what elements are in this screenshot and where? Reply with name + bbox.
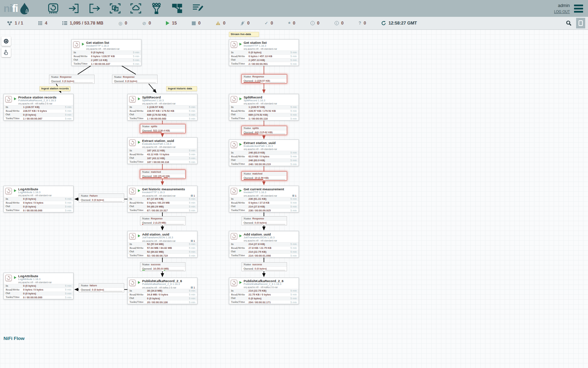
processor-logattribute[interactable]: LogAttributeLogAttribute 1.16.3org.apach… xyxy=(4,273,74,299)
processor-bundle: org.apache.nifi - nifi-standard-nar xyxy=(244,48,297,50)
remote-process-group-icon[interactable] xyxy=(130,2,142,14)
queue-count-bar xyxy=(244,134,263,134)
connection-response-queue[interactable]: NameResponseQueued0 (0 bytes) xyxy=(49,75,94,84)
active-threads-icon: ⊞ xyxy=(190,194,193,197)
connection-failure-queue[interactable]: NamefailureQueued0 (0 bytes) xyxy=(79,283,124,292)
processor-type-icon xyxy=(5,275,12,281)
processor-publishkafkarecord-2-6[interactable]: PublishKafkaRecord_2_6PublishKafkaRecord… xyxy=(127,278,197,304)
modified-stale-icon: ! xyxy=(335,21,339,25)
processor-add-station-uuid[interactable]: Add station_uuidJoltTransformJSON 1.16.3… xyxy=(229,231,299,258)
stat-row: Tasks/Time67 / 00:00:10.3175 min xyxy=(128,208,197,212)
processor-glyph-icon xyxy=(232,143,236,147)
run-status-icon xyxy=(239,189,242,192)
queue-name-label: Name xyxy=(81,284,88,287)
canvas-label-ingest-historic-data[interactable]: Ingest historic data xyxy=(166,86,197,91)
stat-row: Out214 (22.75 KB)5 min xyxy=(229,250,299,254)
connection-matched-queue[interactable]: NamematchedQueued100 (25.43 KB) xyxy=(140,170,186,179)
process-group-icon[interactable] xyxy=(109,2,121,14)
connection-success-queue[interactable]: NamesuccessQueued16 (50.03 MB) xyxy=(140,262,186,271)
queue-name-value: success xyxy=(252,263,262,266)
processor-type: SplitRecord 1.16.3 xyxy=(142,99,196,102)
connection-response-queue[interactable]: NameResponseQueued1 (228.57 KB) xyxy=(241,74,287,83)
processor-bundle: org.apache.nifi - nifi-standard-nar xyxy=(244,239,297,242)
template-icon[interactable] xyxy=(171,2,183,14)
hamburger-menu-icon[interactable] xyxy=(574,5,583,13)
processor-extract-station-uuid[interactable]: Extract station_uuidEvaluateJsonPath 1.1… xyxy=(229,139,299,166)
processor-glyph-icon xyxy=(130,97,135,102)
run-status-icon xyxy=(239,281,242,284)
run-status-icon xyxy=(138,97,140,100)
panel-toggle-button[interactable] xyxy=(576,18,585,28)
navigate-button[interactable] xyxy=(1,36,11,46)
processor-get-station-list[interactable]: Get station listInvokeHTTP 1.16.3org.apa… xyxy=(229,39,299,66)
stat-row: Tasks/Time1 / 00:00:00.1185 min xyxy=(229,116,299,120)
connection-failure-queue[interactable]: NameFailureQueued0 (0 bytes) xyxy=(79,193,124,203)
active-threads-icon: ⊞ xyxy=(292,194,294,197)
processor-add-station-uuid[interactable]: Add station_uuidJoltTransformJSON 1.16.3… xyxy=(127,231,197,258)
flow-canvas[interactable]: Ingest station recordsIngest historic da… xyxy=(0,0,588,368)
canvas-label-ingest-station-records[interactable]: Ingest station records xyxy=(40,86,70,91)
run-status-icon xyxy=(14,97,16,100)
queue-name-value: Response xyxy=(252,75,264,78)
stat-row: In214 (27.8 KB)5 min xyxy=(229,242,299,246)
queue-name-value: Response xyxy=(252,217,264,220)
connection-response-queue[interactable]: NameResponseQueued2 (3.25 MB) xyxy=(140,216,186,225)
processor-produce-station-records[interactable]: Produce station recordsPublishKafkaRecor… xyxy=(4,94,74,121)
processor-type: EvaluateJsonPath 1.16.3 xyxy=(142,143,196,146)
processor-glyph-icon xyxy=(232,189,236,193)
queue-count-bar xyxy=(244,179,263,180)
processor-bundle: org.apache.nifi - nifi-standard-nar xyxy=(142,240,190,242)
connection-splits-queue[interactable]: NamesplitsQueued443 (115.62 KB) xyxy=(241,126,287,135)
processor-get-station-list[interactable]: Get station listInvokeHTTP 1.16.3org.apa… xyxy=(71,39,141,66)
input-port-icon[interactable] xyxy=(68,2,80,14)
processor-type-icon xyxy=(73,41,80,48)
status-stopped-count: 0 xyxy=(192,21,201,26)
label-icon[interactable] xyxy=(191,2,204,14)
transmitting-icon: ◎ xyxy=(118,21,122,26)
connection-response-queue[interactable]: NameResponseQueued0 (0 bytes) xyxy=(241,216,287,225)
queue-count-bar xyxy=(81,291,100,292)
active-thread-count: ⊞1 xyxy=(190,286,195,288)
stat-row: Read/Write43.12 KB / 0 bytes5 min xyxy=(128,152,197,156)
breadcrumb[interactable]: NiFi Flow xyxy=(4,336,24,341)
connection-response-queue[interactable]: NameResponseQueued0 (0 bytes) xyxy=(112,75,158,84)
processor-publishkafkarecord-2-6[interactable]: PublishKafkaRecord_2_6PublishKafkaRecord… xyxy=(229,278,299,304)
processor-splitrecord[interactable]: SplitRecordSplitRecord 1.16.3org.apache.… xyxy=(229,94,299,121)
active-thread-count: ⊞1 xyxy=(292,194,296,197)
stat-row: Tasks/Time236 / 00:00:09.9255 min xyxy=(229,208,299,212)
stat-row: In1 (228.57 KB)5 min xyxy=(128,105,197,109)
processor-get-current-measurement[interactable]: Get current measurementInvokeHTTP 1.16.3… xyxy=(229,186,299,212)
connection-matched-queue[interactable]: NamematchedQueued10 (2.59 KB) xyxy=(241,171,287,180)
processor-extract-station-uuid[interactable]: Extract station_uuidEvaluateJsonPath 1.1… xyxy=(127,137,197,164)
logout-link[interactable]: LOG OUT xyxy=(554,9,570,14)
search-button[interactable] xyxy=(564,19,573,28)
queue-queued-value: 1 (228.57 KB) xyxy=(255,80,270,82)
operate-button[interactable] xyxy=(1,48,11,57)
queue-name-label: Name xyxy=(142,217,149,220)
nifi-logo[interactable]: nifi xyxy=(4,2,42,15)
processor-icon[interactable] xyxy=(47,2,59,14)
processor-logattribute[interactable]: LogAttributeLogAttribute 1.16.3org.apach… xyxy=(4,186,74,212)
output-port-icon[interactable] xyxy=(88,2,101,14)
run-status-icon xyxy=(239,97,242,100)
processor-glyph-icon xyxy=(6,276,11,280)
queue-count-bar xyxy=(142,270,162,271)
processor-type: InvokeHTTP 1.16.3 xyxy=(244,191,297,194)
stat-row: Read/Write0 bytes / 457.13 KB5 min xyxy=(229,54,299,58)
cluster-icon xyxy=(7,21,12,26)
queue-count-bar xyxy=(142,224,162,225)
processor-glyph-icon xyxy=(6,189,11,193)
processor-type-icon xyxy=(129,188,136,195)
refresh-icon[interactable] xyxy=(381,21,386,26)
connection-success-queue[interactable]: NamesuccessQueued0 (0 bytes) xyxy=(241,262,287,271)
connection-splits-queue[interactable]: NamesplitsQueued522 (136.4 KB) xyxy=(140,124,186,133)
canvas-label-stream-live-data[interactable]: Stream live-data xyxy=(229,32,259,37)
status-bar: 1 / 141,095 / 53.78 MB◎0⊘015000✓0*0↑0!0?… xyxy=(0,17,588,30)
funnel-icon[interactable] xyxy=(150,2,163,14)
queue-size-bar xyxy=(164,224,184,225)
stat-row: Out246 (63.9 KB)5 min xyxy=(229,158,299,162)
processor-type-icon xyxy=(129,233,136,240)
queue-size-bar xyxy=(265,270,285,271)
processor-splitrecord[interactable]: SplitRecordSplitRecord 1.16.3org.apache.… xyxy=(127,94,197,121)
processor-get-historic-measurements[interactable]: Get historic measurementsInvokeHTTP 1.16… xyxy=(127,186,197,212)
